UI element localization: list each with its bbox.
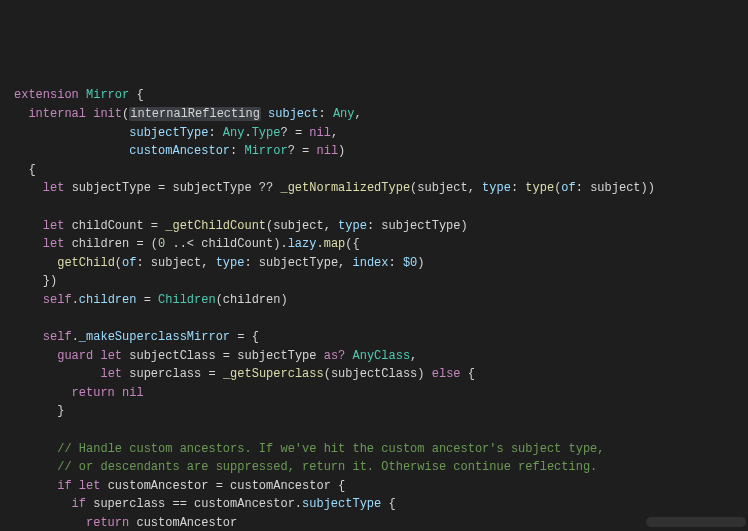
code-line[interactable] — [14, 198, 734, 217]
token-punct: : — [230, 144, 244, 158]
token-ident: subjectClass = subjectType — [129, 349, 323, 363]
token-sp — [100, 479, 107, 493]
indent-guide — [14, 497, 72, 511]
token-kw-decl: return — [72, 386, 115, 400]
code-line[interactable]: subjectType: Any.Type? = nil, — [14, 124, 734, 143]
token-sp — [261, 107, 268, 121]
code-line[interactable]: customAncestor: Mirror? = nil) — [14, 142, 734, 161]
code-line[interactable] — [14, 310, 734, 329]
token-punct: { — [136, 88, 143, 102]
token-punct: = — [136, 293, 158, 307]
token-pad — [28, 126, 129, 140]
token-kw-decl: let — [100, 367, 122, 381]
token-kw-type: Children — [158, 293, 216, 307]
token-punct: (subject, — [410, 181, 482, 195]
code-line[interactable]: }) — [14, 272, 734, 291]
token-punct: ( — [115, 256, 122, 270]
code-line[interactable]: internal init(internalReflecting subject… — [14, 105, 734, 124]
token-param: of — [561, 181, 575, 195]
horizontal-scrollbar-thumb[interactable] — [646, 517, 746, 527]
indent-guide — [14, 330, 43, 344]
token-punct: }) — [43, 274, 57, 288]
token-sp — [64, 237, 71, 251]
token-prop: _makeSuperclassMirror — [79, 330, 230, 344]
token-prop: subjectType — [302, 497, 381, 511]
token-ident: customAncestor — [136, 516, 237, 530]
token-punct: ? = — [288, 144, 317, 158]
token-punct: : — [318, 107, 332, 121]
token-func: _getNormalizedType — [280, 181, 410, 195]
token-punct: , — [355, 107, 362, 121]
code-line[interactable]: let childCount = _getChildCount(subject,… — [14, 217, 734, 236]
code-line[interactable]: // or descendants are suppressed, return… — [14, 458, 734, 477]
code-line[interactable]: // Handle custom ancestors. If we've hit… — [14, 440, 734, 459]
token-punct: { — [28, 163, 35, 177]
code-line[interactable]: guard let subjectClass = subjectType as?… — [14, 347, 734, 366]
token-sp — [14, 200, 21, 214]
token-sp — [115, 386, 122, 400]
token-punct: ({ — [345, 237, 359, 251]
code-line[interactable]: self.children = Children(children) — [14, 291, 734, 310]
token-param: subjectType — [129, 126, 208, 140]
token-kw-decl: let — [43, 219, 65, 233]
indent-guide — [14, 479, 57, 493]
token-kw-decl: if — [72, 497, 86, 511]
code-editor[interactable]: extension Mirror { internal init(interna… — [14, 86, 734, 531]
token-punct: (subjectClass) — [324, 367, 432, 381]
token-comment: // Handle custom ancestors. If we've hit… — [57, 442, 604, 456]
code-line[interactable] — [14, 421, 734, 440]
token-func: type — [525, 181, 554, 195]
token-sp — [64, 219, 71, 233]
code-line[interactable]: let children = (0 ..< childCount).lazy.m… — [14, 235, 734, 254]
token-kw-type: Mirror — [86, 88, 129, 102]
token-highlight: internalReflecting — [129, 107, 261, 121]
token-punct: (subject, — [266, 219, 338, 233]
indent-guide — [14, 274, 43, 288]
token-lit-nil: nil — [317, 144, 339, 158]
code-line[interactable]: { — [14, 161, 734, 180]
token-kw-decl: else — [432, 367, 461, 381]
code-line[interactable]: } — [14, 402, 734, 421]
code-line[interactable]: extension Mirror { — [14, 86, 734, 105]
code-line[interactable]: return customAncestor — [14, 514, 734, 531]
token-ident: . — [316, 237, 323, 251]
token-punct: ? = — [280, 126, 309, 140]
code-line[interactable]: let subjectType = subjectType ?? _getNor… — [14, 179, 734, 198]
code-line[interactable]: self._makeSuperclassMirror = { — [14, 328, 734, 347]
code-line[interactable]: getChild(of: subject, type: subjectType,… — [14, 254, 734, 273]
indent-guide — [14, 256, 57, 270]
token-kw-decl: let — [43, 237, 65, 251]
indent-guide — [14, 460, 57, 474]
code-line[interactable]: if let customAncestor = customAncestor { — [14, 477, 734, 496]
token-punct: : — [208, 126, 222, 140]
token-kw-self: self — [43, 293, 72, 307]
indent-guide — [14, 144, 28, 158]
token-punct: { — [461, 367, 475, 381]
token-sp — [345, 349, 352, 363]
token-punct: { — [381, 497, 395, 511]
code-line[interactable]: if superclass == customAncestor.subjectT… — [14, 495, 734, 514]
token-punct: (children) — [216, 293, 288, 307]
token-kw-type: Any — [333, 107, 355, 121]
token-ident: children = ( — [72, 237, 158, 251]
indent-guide — [14, 126, 28, 140]
token-kw-type: Type — [252, 126, 281, 140]
token-sp — [14, 423, 21, 437]
token-punct: . — [72, 330, 79, 344]
token-kw-type: AnyClass — [353, 349, 411, 363]
code-line[interactable]: let superclass = _getSuperclass(subjectC… — [14, 365, 734, 384]
code-line[interactable]: return nil — [14, 384, 734, 403]
token-prop: lazy — [288, 237, 317, 251]
token-kw-decl: extension — [14, 88, 79, 102]
indent-guide — [14, 367, 57, 381]
indent-guide — [14, 442, 57, 456]
token-prop: children — [79, 293, 137, 307]
token-sp — [14, 312, 21, 326]
token-punct: : — [511, 181, 525, 195]
token-kw-decl: let — [79, 479, 101, 493]
token-punct: ) — [417, 256, 424, 270]
token-comment: // or descendants are suppressed, return… — [57, 460, 597, 474]
token-func: _getChildCount — [165, 219, 266, 233]
token-param: of — [122, 256, 136, 270]
indent-guide — [14, 163, 28, 177]
